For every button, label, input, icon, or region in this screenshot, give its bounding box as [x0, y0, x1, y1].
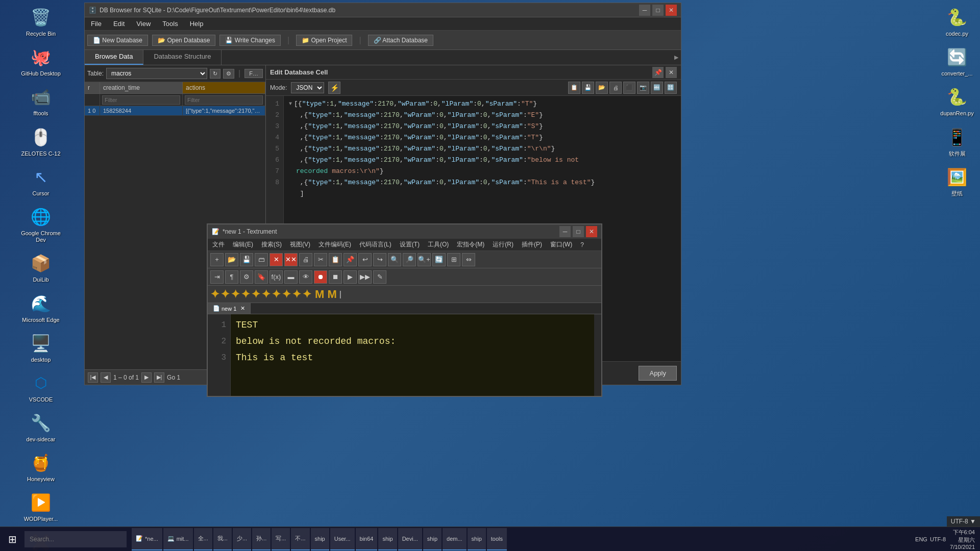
- icon-software-zhan[interactable]: 📱 软件展: [934, 122, 980, 160]
- taskbar-app-zh3[interactable]: 少...: [233, 528, 251, 550]
- menu-view-zh[interactable]: 视图(V): [288, 240, 312, 249]
- tool-cut[interactable]: ✂: [314, 253, 327, 266]
- tool-function[interactable]: f(x): [270, 270, 283, 284]
- file-tab-close[interactable]: ✕: [240, 305, 245, 312]
- close-button[interactable]: ✕: [666, 5, 677, 16]
- nav-next-button[interactable]: ▶: [141, 372, 152, 383]
- taskbar-app-bin64[interactable]: bin64: [356, 528, 378, 550]
- menu-file-zh[interactable]: 文件: [211, 240, 226, 249]
- tool-search[interactable]: 🔍+: [418, 253, 431, 266]
- icon-edge[interactable]: 🌊 Microsoft Edge: [18, 289, 64, 326]
- icon-wallpaper[interactable]: 🖼️ 壁纸: [934, 162, 980, 199]
- icon-duilib[interactable]: 📦 DuiLib: [18, 248, 64, 286]
- textrument-minimize[interactable]: ─: [559, 226, 571, 237]
- tool-record[interactable]: ⏺: [314, 270, 327, 284]
- menu-edit-zh[interactable]: 编辑(E): [231, 240, 255, 249]
- taskbar-search[interactable]: [24, 531, 127, 547]
- tool-play[interactable]: ▶: [344, 270, 357, 284]
- icon-wodplayer[interactable]: ▶️ WODPlayer...: [18, 488, 64, 525]
- cell-tool-6[interactable]: 📷: [637, 82, 649, 94]
- menu-settings-zh[interactable]: 设置(T): [398, 240, 421, 249]
- tool-undo[interactable]: ↩: [358, 253, 372, 266]
- table-select[interactable]: macros: [106, 68, 207, 79]
- cell-editor-close-button[interactable]: ✕: [666, 67, 677, 78]
- cell-tool-4[interactable]: 🖨: [609, 82, 622, 94]
- taskbar-app-zh1[interactable]: 全...: [194, 528, 212, 550]
- taskbar-app-dem[interactable]: dem...: [443, 528, 467, 550]
- tool-macro-edit[interactable]: ✎: [373, 270, 386, 284]
- icon-vscode[interactable]: ⬡ VSCODE: [18, 368, 64, 406]
- cell-tool-5[interactable]: ⬛: [623, 82, 635, 94]
- icon-recycle-bin[interactable]: 🗑️ Recycle Bin: [18, 3, 64, 40]
- menu-search-zh[interactable]: 搜索(S): [260, 240, 283, 249]
- taskbar-app-devi[interactable]: Devi...: [398, 528, 422, 550]
- column-filter-button[interactable]: F…: [244, 69, 263, 78]
- taskbar-app-ship3[interactable]: ship: [423, 528, 442, 550]
- tool-zoom-in[interactable]: 🔍: [388, 253, 401, 266]
- icon-honeyview[interactable]: 🍯 Honeyview: [18, 448, 64, 485]
- tool-save[interactable]: 💾: [240, 253, 253, 266]
- nav-last-button[interactable]: ▶|: [154, 372, 164, 383]
- menu-help[interactable]: Help: [188, 19, 206, 29]
- tool-close[interactable]: ✕: [270, 253, 283, 266]
- attach-database-button[interactable]: 🔗 Attach Database: [368, 35, 433, 46]
- icon-cursor[interactable]: ↖ Cursor: [18, 162, 64, 199]
- taskbar-app-zh5[interactable]: 写...: [272, 528, 290, 550]
- icon-desktop[interactable]: 🖥️ desktop: [18, 329, 64, 366]
- taskbar-app-ship1[interactable]: ship: [311, 528, 329, 550]
- mode-select[interactable]: JSON: [291, 82, 324, 93]
- menu-tools[interactable]: Tools: [160, 19, 180, 29]
- filter-toggle-button[interactable]: ⚙: [223, 69, 234, 79]
- taskbar-app-zh4[interactable]: 孙...: [252, 528, 271, 550]
- apply-button[interactable]: Apply: [639, 366, 677, 381]
- tool-format[interactable]: ⚙: [240, 270, 253, 284]
- filter-creation-time-input[interactable]: [102, 95, 180, 105]
- menu-macros-zh[interactable]: 宏指令(M): [455, 240, 486, 249]
- icon-fftools[interactable]: 📹 fftools: [18, 82, 64, 119]
- tool-stop[interactable]: ⏹: [329, 270, 342, 284]
- tool-paste[interactable]: 📌: [344, 253, 357, 266]
- nav-prev-button[interactable]: ◀: [101, 372, 111, 383]
- icon-dev-sidecar[interactable]: 🔧 dev-sidecar: [18, 408, 64, 445]
- icon-chrome-dev[interactable]: 🌐 Google Chrome Dev: [18, 202, 64, 246]
- tab-database-structure[interactable]: Database Structure: [143, 50, 222, 65]
- open-project-button[interactable]: 📁 Open Project: [296, 35, 352, 46]
- tool-columns[interactable]: ⇔: [462, 253, 475, 266]
- tool-new[interactable]: +: [210, 253, 224, 266]
- tool-replace[interactable]: 🔄: [432, 253, 446, 266]
- taskbar-app-textrument[interactable]: 📝 *ne...: [132, 528, 162, 550]
- icon-codec-py[interactable]: 🐍 codec.py: [934, 3, 980, 40]
- menu-view[interactable]: View: [134, 19, 153, 29]
- icon-converter[interactable]: 🔄 converter_...: [934, 42, 980, 80]
- cell-tool-3[interactable]: 📂: [596, 82, 608, 94]
- tool-open[interactable]: 📂: [225, 253, 238, 266]
- tool-close-all[interactable]: ✕✕: [284, 253, 298, 266]
- taskbar-app-user[interactable]: User...: [330, 528, 355, 550]
- menu-encoding-zh[interactable]: 文件编码(E): [317, 240, 353, 249]
- cell-tool-1[interactable]: 📋: [568, 82, 580, 94]
- new-database-button[interactable]: 📄 New Database: [87, 35, 148, 46]
- write-changes-button[interactable]: 💾 Write Changes: [219, 35, 280, 46]
- textrument-maximize[interactable]: □: [573, 226, 584, 237]
- fold-btn-1[interactable]: ▼: [289, 98, 292, 110]
- icon-dupanren[interactable]: 🐍 dupanRen.py: [934, 82, 980, 119]
- tool-bookmark[interactable]: 🔖: [255, 270, 268, 284]
- icon-github-desktop[interactable]: 🐙 GitHub Desktop: [18, 42, 64, 80]
- taskbar-app-zh6[interactable]: 不...: [291, 528, 309, 550]
- tool-save-all[interactable]: 🗃: [255, 253, 268, 266]
- textrument-close[interactable]: ✕: [586, 226, 597, 237]
- tool-redo[interactable]: ↪: [373, 253, 386, 266]
- taskbar-app-zh2[interactable]: 我...: [213, 528, 232, 550]
- menu-window-zh[interactable]: 窗口(W): [549, 240, 574, 249]
- nav-first-button[interactable]: |◀: [88, 372, 98, 383]
- tool-paragraph[interactable]: ¶: [225, 270, 238, 284]
- tool-zoom-out[interactable]: 🔎: [403, 253, 416, 266]
- text-scrollbar[interactable]: [594, 314, 601, 396]
- tool-copy[interactable]: 📋: [329, 253, 342, 266]
- taskbar-app-ship2[interactable]: ship: [378, 528, 397, 550]
- filter-actions-input[interactable]: [185, 95, 263, 105]
- tool-indent[interactable]: ⇥: [210, 270, 224, 284]
- menu-edit[interactable]: Edit: [111, 19, 127, 29]
- cell-tool-7[interactable]: 🔤: [651, 82, 663, 94]
- taskbar-app-ship4[interactable]: ship: [468, 528, 486, 550]
